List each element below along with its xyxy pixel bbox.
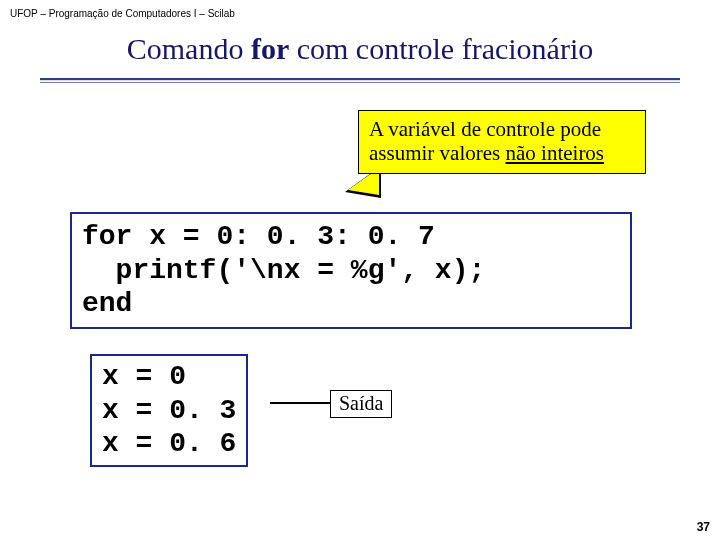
- output-line3: x = 0. 6: [102, 428, 236, 459]
- code-line2: printf('\nx = %g', x);: [82, 255, 485, 286]
- callout-line2: assumir valores não inteiros: [369, 141, 635, 165]
- callout-line2-pre: assumir valores: [369, 141, 505, 165]
- output-line2: x = 0. 3: [102, 395, 236, 426]
- saida-label: Saída: [339, 392, 383, 414]
- title-underline: [40, 78, 680, 82]
- slide-title: Comando for com controle fracionário: [0, 32, 720, 66]
- code-box: for x = 0: 0. 3: 0. 7 printf('\nx = %g',…: [70, 212, 632, 329]
- callout-line2-underlined: não inteiros: [505, 141, 604, 165]
- saida-label-box: Saída: [330, 390, 392, 418]
- title-post: com controle fracionário: [289, 32, 593, 65]
- title-bold: for: [251, 32, 289, 65]
- output-box: x = 0 x = 0. 3 x = 0. 6: [90, 354, 248, 467]
- code-line1: for x = 0: 0. 3: 0. 7: [82, 221, 435, 252]
- course-header: UFOP – Programação de Computadores I – S…: [10, 8, 235, 19]
- title-pre: Comando: [127, 32, 251, 65]
- output-line1: x = 0: [102, 361, 186, 392]
- page-number: 37: [697, 520, 710, 534]
- code-line3: end: [82, 288, 132, 319]
- callout-box: A variável de controle pode assumir valo…: [358, 110, 646, 174]
- saida-connector: [270, 402, 330, 404]
- callout-line1: A variável de controle pode: [369, 117, 635, 141]
